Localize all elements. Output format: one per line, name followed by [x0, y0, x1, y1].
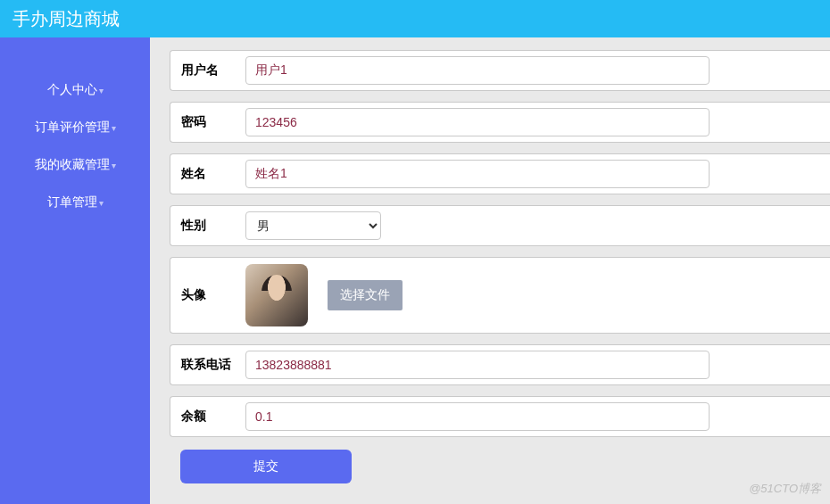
sidebar-item-label: 个人中心: [47, 82, 97, 96]
row-password: 密码: [170, 102, 830, 143]
password-input[interactable]: [245, 108, 710, 136]
row-realname: 姓名: [170, 153, 830, 194]
sidebar-item-orders[interactable]: 订单管理▾: [0, 184, 150, 221]
phone-input[interactable]: [245, 351, 710, 379]
avatar-wrap: 选择文件: [245, 264, 819, 326]
submit-button[interactable]: 提交: [180, 450, 352, 483]
balance-input[interactable]: [245, 402, 710, 431]
gender-select[interactable]: 男: [245, 211, 381, 240]
top-bar: 手办周边商城: [0, 0, 830, 37]
label-password: 密码: [181, 114, 245, 130]
watermark: @51CTO博客: [749, 481, 821, 497]
realname-input[interactable]: [245, 160, 710, 188]
sidebar-item-order-review[interactable]: 订单评价管理▾: [0, 109, 150, 146]
site-title: 手办周边商城: [12, 9, 120, 29]
label-balance: 余额: [181, 409, 245, 425]
chevron-down-icon: ▾: [112, 123, 116, 133]
sidebar-item-label: 订单管理: [47, 194, 97, 209]
row-phone: 联系电话: [170, 344, 830, 385]
label-realname: 姓名: [181, 166, 245, 182]
row-gender: 性别 男: [170, 205, 830, 246]
label-avatar: 头像: [181, 287, 245, 303]
username-input[interactable]: [245, 56, 710, 85]
avatar-image: [245, 264, 308, 326]
sidebar: 个人中心▾ 订单评价管理▾ 我的收藏管理▾ 订单管理▾: [0, 37, 150, 504]
chevron-down-icon: ▾: [99, 198, 104, 208]
row-username: 用户名: [170, 50, 830, 91]
profile-form: 用户名 密码 姓名 性别 男 头像: [170, 50, 830, 483]
chevron-down-icon: ▾: [112, 161, 116, 170]
chevron-down-icon: ▾: [99, 86, 104, 95]
row-avatar: 头像 选择文件: [170, 257, 830, 334]
row-balance: 余额: [170, 396, 830, 437]
content: 用户名 密码 姓名 性别 男 头像: [150, 37, 830, 504]
main-area: 个人中心▾ 订单评价管理▾ 我的收藏管理▾ 订单管理▾ 用户名 密码 姓名: [0, 37, 830, 504]
sidebar-item-favorites[interactable]: 我的收藏管理▾: [0, 146, 150, 184]
choose-file-button[interactable]: 选择文件: [328, 280, 403, 310]
sidebar-item-label: 订单评价管理: [35, 120, 110, 134]
label-gender: 性别: [181, 218, 245, 234]
label-username: 用户名: [181, 62, 245, 78]
sidebar-item-label: 我的收藏管理: [35, 157, 110, 171]
sidebar-item-profile[interactable]: 个人中心▾: [0, 71, 150, 109]
label-phone: 联系电话: [181, 357, 245, 373]
